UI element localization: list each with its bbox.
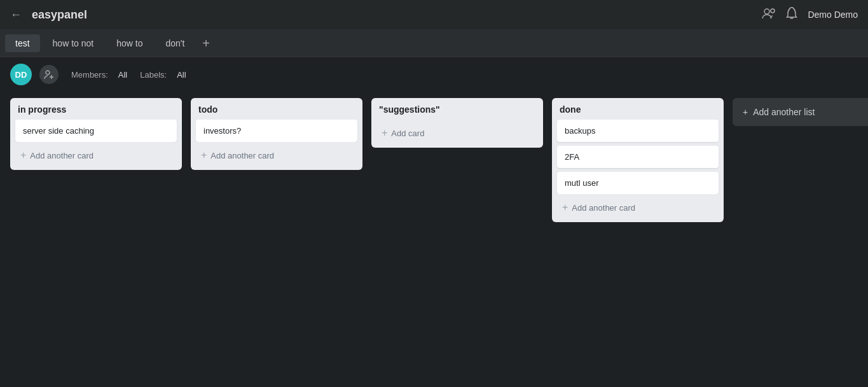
add-list-label: Add another list — [753, 107, 815, 117]
tab-how-to-not[interactable]: how to not — [43, 34, 104, 52]
card-2fa[interactable]: 2FA — [557, 146, 719, 168]
list-cards-done: backups 2FA mutl user — [552, 120, 724, 194]
list-in-progress: in progress server side caching + Add an… — [10, 98, 182, 170]
back-icon: ← — [10, 8, 22, 22]
list-title-suggestions: "suggestions" — [371, 98, 543, 120]
back-button[interactable]: ← — [10, 8, 22, 22]
board-toolbar: DD Members: All Labels: All — [0, 57, 868, 92]
team-icon[interactable] — [762, 8, 776, 22]
card-backups[interactable]: backups — [557, 120, 719, 142]
card-mutl-user[interactable]: mutl user — [557, 172, 719, 194]
nav-right: Demo Demo — [762, 7, 858, 23]
list-todo: todo investors? + Add another card — [191, 98, 362, 170]
top-nav: ← easypanel Demo Demo — [0, 0, 868, 29]
list-cards-todo: investors? — [191, 120, 362, 142]
add-card-label-suggestions: Add card — [391, 129, 424, 138]
add-card-plus-icon-suggestions: + — [382, 127, 387, 139]
svg-point-0 — [764, 9, 769, 14]
list-title-done: done — [552, 98, 724, 120]
add-card-label-todo: Add another card — [210, 151, 274, 160]
add-card-plus-icon-todo: + — [201, 150, 207, 161]
add-card-done[interactable]: + Add another card — [555, 197, 721, 218]
members-label: Members: — [71, 70, 108, 80]
svg-point-1 — [771, 9, 775, 13]
add-card-plus-icon: + — [20, 150, 26, 161]
tabs-bar: test how to not how to don't + — [0, 29, 868, 57]
add-card-plus-icon-done: + — [562, 202, 568, 213]
user-name[interactable]: Demo Demo — [808, 10, 858, 20]
list-title-in-progress: in progress — [10, 98, 182, 120]
members-value[interactable]: All — [118, 70, 127, 80]
tab-test[interactable]: test — [5, 34, 40, 52]
add-card-label-done: Add another card — [572, 203, 635, 213]
add-member-button[interactable] — [39, 65, 59, 84]
add-card-suggestions[interactable]: + Add card — [374, 122, 541, 144]
add-tab-button[interactable]: + — [197, 37, 215, 50]
list-cards-in-progress: server side caching — [10, 120, 182, 142]
tab-dont[interactable]: don't — [155, 34, 195, 52]
list-title-todo: todo — [191, 98, 362, 120]
card-server-side-caching[interactable]: server side caching — [15, 120, 177, 142]
list-suggestions: "suggestions" + Add card — [371, 98, 543, 148]
add-card-in-progress[interactable]: + Add another card — [13, 144, 179, 166]
add-list-button[interactable]: + Add another list — [733, 98, 868, 126]
list-done: done backups 2FA mutl user + Add another… — [552, 98, 724, 222]
tab-how-to[interactable]: how to — [106, 34, 153, 52]
bell-icon[interactable] — [786, 7, 797, 23]
card-investors[interactable]: investors? — [196, 120, 357, 142]
labels-value[interactable]: All — [177, 70, 186, 80]
add-card-label-in-progress: Add another card — [30, 151, 93, 160]
labels-label: Labels: — [140, 70, 167, 80]
app-title: easypanel — [32, 8, 752, 22]
board: in progress server side caching + Add an… — [0, 92, 868, 387]
avatar[interactable]: DD — [10, 64, 32, 85]
svg-point-2 — [46, 71, 50, 74]
add-list-plus-icon: + — [743, 107, 748, 117]
add-card-todo[interactable]: + Add another card — [193, 144, 360, 166]
